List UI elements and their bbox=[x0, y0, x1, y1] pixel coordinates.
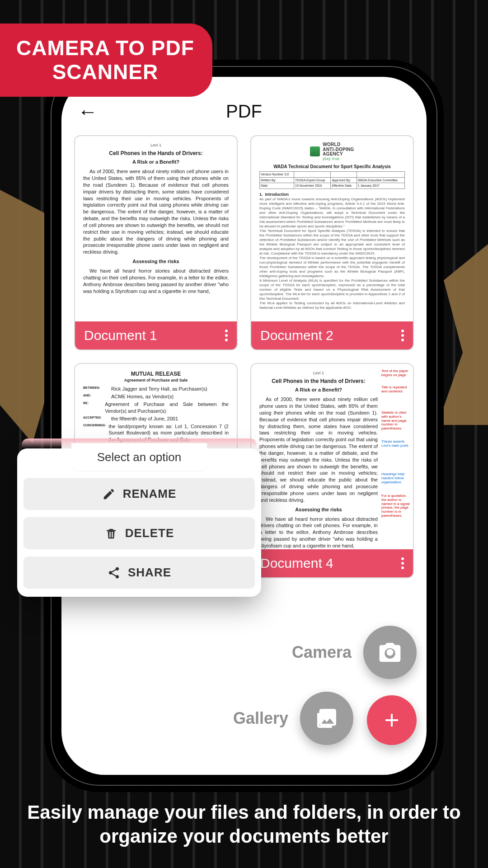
promo-badge-line1: CAMERA TO PDF SCANNER bbox=[16, 36, 194, 84]
kebab-menu-icon[interactable] bbox=[401, 330, 404, 341]
doc-subheading: A Risk or a Benefit? bbox=[259, 387, 378, 393]
document-footer: Document 1 bbox=[75, 321, 237, 349]
doc-meta-table: Version Number 3.0 Written By:TDSSA Expe… bbox=[259, 171, 405, 189]
doc-subheading: Agreement of Purchase and Sale bbox=[83, 377, 229, 383]
share-label: SHARE bbox=[128, 566, 171, 580]
rename-label: RENAME bbox=[123, 487, 177, 501]
document-card[interactable]: Levi 1 Cell Phones in the Hands of Drive… bbox=[250, 363, 414, 578]
gallery-icon bbox=[314, 706, 339, 731]
plus-icon bbox=[381, 709, 403, 731]
document-label: Document 1 bbox=[84, 328, 157, 343]
rename-icon bbox=[102, 487, 116, 501]
document-card[interactable]: Levi 1 Cell Phones in the Hands of Drive… bbox=[74, 135, 238, 350]
doc-heading: WADA Technical Document for Sport Specif… bbox=[259, 164, 405, 170]
share-icon bbox=[107, 566, 121, 580]
wada-logo-text: WORLD ANTI-DOPING AGENCY play true bbox=[323, 142, 354, 161]
kebab-menu-icon[interactable] bbox=[225, 330, 228, 341]
add-fab[interactable] bbox=[367, 695, 417, 745]
doc-subheading: A Risk or a Benefit? bbox=[83, 159, 229, 165]
footer-caption: Easily manage your files and folders, in… bbox=[0, 801, 488, 848]
gallery-fab[interactable] bbox=[300, 692, 353, 745]
promo-badge: CAMERA TO PDF SCANNER bbox=[0, 24, 212, 97]
delete-label: DELETE bbox=[125, 526, 174, 540]
doc-heading: Cell Phones in the Hands of Drivers: bbox=[259, 377, 378, 385]
margin-annotation: Thesis asserts Levi's main point. bbox=[381, 440, 410, 448]
share-option[interactable]: SHARE bbox=[23, 557, 255, 589]
document-label: Document 4 bbox=[260, 556, 333, 571]
doc-body: We have all heard horror stories about d… bbox=[83, 268, 229, 294]
document-footer: Document 2 bbox=[251, 321, 413, 349]
doc-body: As of 2000, there were about ninety mill… bbox=[259, 396, 378, 504]
options-popup: Select an option RENAME DELETE SHARE bbox=[17, 448, 261, 597]
document-thumbnail: Levi 1 Cell Phones in the Hands of Drive… bbox=[75, 136, 237, 321]
camera-fab-label: Camera bbox=[292, 643, 352, 662]
phone-frame: ← PDF Levi 1 Cell Phones in the Hands of… bbox=[44, 60, 444, 792]
doc-heading: MUTUAL RELEASE bbox=[83, 370, 229, 377]
rename-option[interactable]: RENAME bbox=[23, 478, 255, 510]
delete-icon bbox=[104, 527, 118, 540]
margin-annotation: Title is repeated and centered. bbox=[381, 386, 410, 394]
gallery-fab-row: Gallery bbox=[233, 692, 353, 745]
wada-logo-icon bbox=[310, 146, 320, 156]
gallery-fab-label: Gallery bbox=[233, 709, 288, 728]
document-label: Document 2 bbox=[260, 328, 333, 343]
document-thumbnail: Levi 1 Cell Phones in the Hands of Drive… bbox=[251, 364, 413, 549]
camera-icon bbox=[377, 640, 403, 665]
camera-fab[interactable] bbox=[363, 626, 417, 679]
doc-section: Assessing the risks bbox=[83, 258, 229, 265]
doc-body: As of 2000, there were about ninety mill… bbox=[83, 168, 229, 255]
margin-annotation: For a quotation, the author is named in … bbox=[381, 494, 410, 518]
document-card[interactable]: WORLD ANTI-DOPING AGENCY play true WADA … bbox=[250, 135, 414, 350]
camera-fab-row: Camera bbox=[292, 626, 417, 679]
popup-title: Select an option bbox=[71, 443, 207, 471]
kebab-menu-icon[interactable] bbox=[401, 557, 404, 569]
document-thumbnail: WORLD ANTI-DOPING AGENCY play true WADA … bbox=[251, 136, 413, 321]
back-arrow-icon[interactable]: ← bbox=[78, 102, 98, 122]
document-footer: Document 4 bbox=[251, 549, 413, 577]
margin-annotation: Text of the paper begins on page bbox=[381, 369, 410, 377]
delete-option[interactable]: DELETE bbox=[23, 517, 255, 549]
margin-annotation: Headings help readers follow organizatio… bbox=[381, 472, 410, 484]
doc-section: Assessing the risks bbox=[259, 506, 378, 513]
page-title: PDF bbox=[98, 101, 390, 122]
margin-annotation: Statistic is cited with author's name an… bbox=[381, 411, 410, 431]
doc-body: We have all heard horror stories about d… bbox=[259, 516, 378, 549]
doc-heading: Cell Phones in the Hands of Drivers: bbox=[83, 150, 229, 157]
